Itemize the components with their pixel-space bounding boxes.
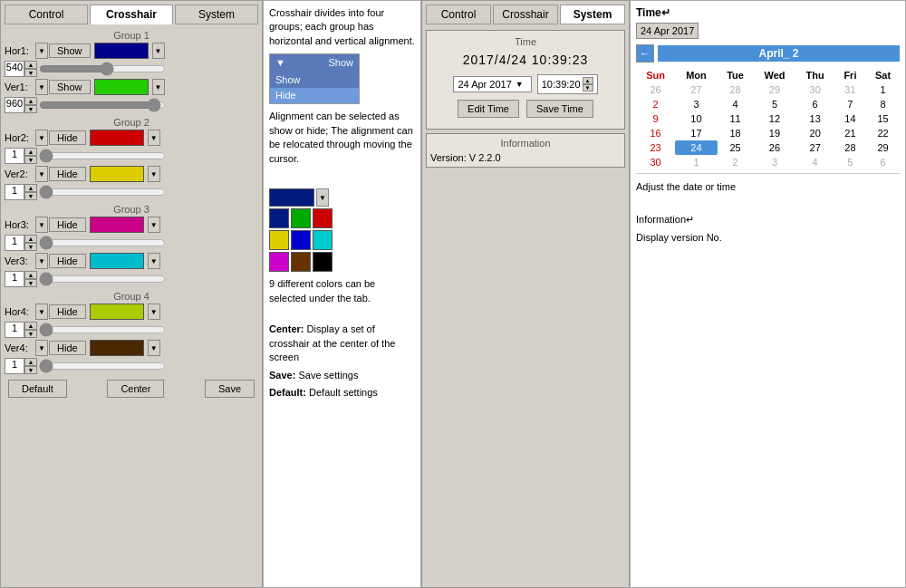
dd-hide-item[interactable]: Hide [270, 88, 359, 103]
hor3-slider[interactable] [39, 237, 166, 248]
calendar-day[interactable]: 27 [796, 140, 834, 155]
calendar-day[interactable]: 10 [675, 111, 717, 126]
calendar-day[interactable]: 22 [866, 126, 900, 140]
ver3-slider[interactable] [39, 274, 166, 284]
ver2-spin-up[interactable]: ▲ [24, 184, 37, 192]
ver2-num-box[interactable]: 1 [5, 184, 24, 200]
calendar-day[interactable]: 17 [675, 126, 717, 140]
hor3-dropdown-arrow[interactable]: ▼ [35, 217, 48, 233]
calendar-day[interactable]: 8 [866, 97, 900, 111]
ver4-slider[interactable] [39, 361, 166, 371]
ver1-num-box[interactable]: 960 [5, 97, 24, 113]
hor3-mode-btn[interactable]: Hide [49, 217, 86, 232]
ver4-color-arrow[interactable]: ▼ [148, 340, 160, 356]
ver2-color-arrow[interactable]: ▼ [148, 166, 160, 182]
calendar-day[interactable]: 16 [636, 126, 675, 140]
time-spin-down[interactable]: ▼ [583, 84, 593, 92]
calendar-day[interactable]: 20 [796, 126, 834, 140]
hor3-spin-down[interactable]: ▼ [24, 243, 37, 251]
p3-tab-control[interactable]: Control [426, 5, 491, 24]
save-button[interactable]: Save [205, 380, 255, 398]
color-cell-5[interactable] [313, 230, 333, 250]
tab-system-left[interactable]: System [175, 5, 258, 24]
ver4-spin-up[interactable]: ▲ [24, 358, 37, 366]
calendar-day[interactable]: 25 [718, 140, 754, 155]
calendar-day[interactable]: 2 [636, 97, 675, 111]
hor2-mode-btn[interactable]: Hide [49, 130, 86, 145]
hor3-color-arrow[interactable]: ▼ [148, 217, 160, 233]
hor2-num-box[interactable]: 1 [5, 148, 24, 164]
ver4-mode-btn[interactable]: Hide [49, 341, 86, 355]
calendar-day[interactable]: 1 [866, 82, 900, 97]
hor2-color[interactable] [90, 130, 144, 146]
hor1-spin-down[interactable]: ▼ [24, 69, 37, 77]
color-cell-0[interactable] [269, 208, 289, 228]
ver1-color[interactable] [94, 79, 149, 95]
calendar-day[interactable]: 24 [675, 140, 717, 155]
calendar-day[interactable]: 7 [834, 97, 866, 111]
date-dropdown-arrow[interactable]: ▼ [516, 80, 524, 89]
tab-crosshair[interactable]: Crosshair [90, 5, 173, 24]
tab-control[interactable]: Control [5, 5, 88, 24]
ver1-spin-up[interactable]: ▲ [24, 97, 37, 105]
hor3-spin-up[interactable]: ▲ [24, 235, 37, 243]
hor1-mode-btn[interactable]: Show [49, 43, 91, 58]
hor4-mode-select[interactable]: ▼ Hide [35, 304, 86, 320]
hor2-slider[interactable] [39, 150, 166, 161]
hor1-slider[interactable] [39, 63, 166, 74]
ver2-mode-select[interactable]: ▼ Hide [35, 166, 86, 182]
calendar-day[interactable]: 29 [866, 140, 900, 155]
calendar-day[interactable]: 21 [834, 126, 866, 140]
hor3-num-box[interactable]: 1 [5, 235, 24, 251]
calendar-day[interactable]: 30 [796, 82, 834, 97]
calendar-day[interactable]: 28 [834, 140, 866, 155]
calendar-month-select[interactable]: 24 Apr 2017 [636, 23, 699, 39]
color-cell-8[interactable] [313, 252, 333, 272]
calendar-day[interactable]: 30 [636, 155, 675, 169]
hor1-mode-select[interactable]: ▼ Show [35, 43, 91, 59]
ver3-mode-select[interactable]: ▼ Hide [35, 253, 86, 269]
p3-tab-crosshair[interactable]: Crosshair [493, 5, 558, 24]
ver3-spin-up[interactable]: ▲ [24, 271, 37, 279]
ver4-spin-down[interactable]: ▼ [24, 366, 37, 374]
ver3-mode-btn[interactable]: Hide [49, 254, 86, 268]
ver2-mode-btn[interactable]: Hide [49, 167, 86, 181]
hor1-dropdown-arrow[interactable]: ▼ [35, 43, 48, 59]
hor3-color[interactable] [90, 217, 144, 233]
edit-time-button[interactable]: Edit Time [458, 100, 519, 118]
ver4-dropdown-arrow[interactable]: ▼ [35, 340, 48, 356]
color-cell-6[interactable] [269, 252, 289, 272]
default-button[interactable]: Default [8, 380, 67, 398]
hor4-num-box[interactable]: 1 [5, 322, 24, 338]
hor1-spin-up[interactable]: ▲ [24, 61, 37, 69]
calendar-day[interactable]: 26 [636, 82, 675, 97]
hor2-color-arrow[interactable]: ▼ [148, 130, 160, 146]
ver3-num-box[interactable]: 1 [5, 271, 24, 287]
save-time-button[interactable]: Save Time [526, 100, 593, 118]
calendar-day[interactable]: 5 [834, 155, 866, 169]
calendar-day[interactable]: 4 [718, 97, 754, 111]
calendar-day[interactable]: 23 [636, 140, 675, 155]
hor2-mode-select[interactable]: ▼ Hide [35, 130, 86, 146]
hor4-mode-btn[interactable]: Hide [49, 304, 86, 319]
ver2-slider[interactable] [39, 187, 166, 198]
time-input[interactable]: 10:39:20 ▲ ▼ [537, 74, 598, 94]
hor4-color-arrow[interactable]: ▼ [148, 304, 160, 320]
calendar-day[interactable]: 9 [636, 111, 675, 126]
hor4-slider[interactable] [39, 324, 166, 335]
dd-show-item[interactable]: Show [270, 72, 359, 88]
ver3-dropdown-arrow[interactable]: ▼ [35, 253, 48, 269]
p3-tab-system[interactable]: System [560, 5, 625, 24]
hor1-color-arrow[interactable]: ▼ [152, 43, 165, 59]
ver4-num-box[interactable]: 1 [5, 358, 24, 374]
ver2-spin-down[interactable]: ▼ [24, 192, 37, 200]
ver2-color[interactable] [90, 166, 144, 182]
calendar-day[interactable]: 13 [796, 111, 834, 126]
calendar-day[interactable]: 31 [834, 82, 866, 97]
color-cell-4[interactable] [291, 230, 311, 250]
calendar-day[interactable]: 15 [866, 111, 900, 126]
calendar-day[interactable]: 6 [866, 155, 900, 169]
calendar-day[interactable]: 1 [675, 155, 717, 169]
ver1-mode-select[interactable]: ▼ Show [35, 79, 91, 95]
calendar-prev-btn[interactable]: ← [636, 44, 654, 63]
